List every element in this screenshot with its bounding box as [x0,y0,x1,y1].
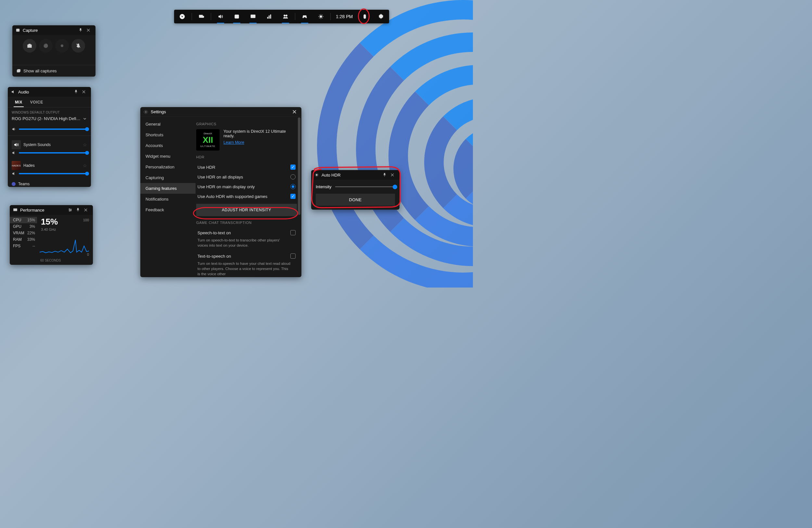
nav-feedback[interactable]: Feedback [140,205,195,215]
default-output-label: WINDOWS DEFAULT OUTPUT [8,107,91,116]
close-button[interactable] [80,88,88,96]
hdr-main-display-radio[interactable]: Use HDR on main display only [196,182,297,192]
performance-icon [13,208,17,212]
mouse-icon[interactable] [357,10,373,24]
section-chat-transcription: GAME CHAT TRANSCRIPTION [196,221,297,225]
auto-hdr-title: Auto HDR [321,172,341,178]
capture-widget-icon[interactable] [229,10,245,24]
resources-icon[interactable] [261,10,277,24]
settings-gear-icon[interactable] [373,10,389,24]
perf-xaxis-label: 60 SECONDS [40,259,61,262]
hdr-all-displays-radio[interactable]: Use HDR on all displays [196,172,297,182]
nav-accounts[interactable]: Accounts [140,140,195,151]
game-bar-toolbar: 1:28 PM [174,10,389,24]
pin-button[interactable] [74,206,82,214]
text-to-speech-toggle[interactable]: Text-to-speech on [196,251,297,261]
nav-notifications[interactable]: Notifications [140,194,195,205]
speaker-icon [12,151,16,155]
svg-rect-8 [270,15,271,18]
perf-metrics-list: CPU15% GPU3% VRAM22% RAM33% FPS-- [10,215,37,264]
settings-content: GRAPHICS DirectX XII ULTIMATE Your syste… [195,117,301,277]
auto-hdr-toggle[interactable]: Use Auto HDR with supported games [196,192,297,201]
perf-row-vram[interactable]: VRAM22% [13,230,37,236]
perf-row-cpu[interactable]: CPU15% [10,217,37,223]
capture-buttons-row [12,35,96,56]
nav-capturing[interactable]: Capturing [140,172,195,183]
perf-big-value: 15% [41,217,89,227]
use-hdr-toggle[interactable]: Use HDR [196,162,297,172]
app-volume-teams: Teams [8,180,91,187]
volume-slider[interactable] [19,152,87,153]
record-button[interactable] [55,39,69,52]
options-button[interactable] [66,206,74,214]
volume-slider[interactable] [19,173,87,174]
xbox-social-icon[interactable] [277,10,294,24]
nav-widget-menu[interactable]: Widget menu [140,151,195,162]
svg-point-4 [236,16,238,17]
show-all-captures-link[interactable]: Show all captures [12,65,96,77]
perf-row-fps[interactable]: FPS-- [13,243,37,249]
perf-row-gpu[interactable]: GPU3% [13,223,37,230]
pin-button[interactable] [77,26,85,34]
adjust-hdr-intensity-button[interactable]: ADJUST HDR INTENSITY [196,204,297,216]
intensity-slider[interactable] [335,186,395,187]
capture-title: Capture [23,28,38,33]
audio-widget: Audio MIX VOICE WINDOWS DEFAULT OUTPUT R… [8,87,91,187]
svg-point-18 [61,44,63,47]
speech-to-text-toggle[interactable]: Speech-to-text on [196,228,297,238]
section-hdr: HDR [196,155,297,159]
settings-title: Settings [151,109,291,114]
svg-point-24 [71,210,71,210]
display-connect-icon[interactable] [193,10,209,24]
svg-point-11 [320,16,322,17]
nav-gaming-features[interactable]: Gaming features [140,183,195,194]
svg-rect-7 [269,16,270,18]
close-button[interactable]: ✕ [291,108,298,116]
learn-more-link[interactable]: Learn More [223,140,297,145]
close-button[interactable] [82,206,90,214]
gamepad-icon[interactable] [296,10,313,24]
done-button[interactable]: DONE [316,194,395,206]
app-volume-system-sounds: System Sounds ☆ [8,139,91,156]
pin-button[interactable] [72,88,80,96]
nav-general[interactable]: General [140,119,195,130]
favorite-star[interactable]: ☆ [83,163,87,168]
performance-widget-icon[interactable] [245,10,261,24]
svg-point-23 [69,209,70,209]
performance-title: Performance [20,208,44,213]
record-last-button[interactable] [39,39,53,52]
nav-personalization[interactable]: Personalization [140,162,195,172]
close-button[interactable] [85,26,92,34]
tab-voice[interactable]: VOICE [26,97,47,107]
audio-title: Audio [18,90,29,94]
audio-icon [11,90,16,94]
gfx-status-text: Your system is DirectX 12 Ultimate ready… [223,129,297,138]
hades-icon: HADES [12,161,21,170]
directx-badge: DirectX XII ULTIMATE [196,129,220,151]
master-volume-row [8,124,91,133]
audio-widget-icon[interactable] [213,10,229,24]
svg-point-16 [29,45,30,47]
app-volume-hades: HADES Hades ☆ [8,160,91,177]
brightness-icon[interactable] [313,10,329,24]
pin-button[interactable] [381,171,389,179]
output-device-select[interactable]: ROG PG27U (2- NVIDIA High Definition A… [8,116,91,124]
master-volume-slider[interactable] [19,129,87,130]
capture-widget: Capture Show all captures [12,25,96,77]
chevron-down-icon [83,117,87,121]
settings-scrollbar[interactable] [298,118,301,276]
perf-chart [40,236,89,256]
tab-mix[interactable]: MIX [11,97,26,107]
screenshot-button[interactable] [23,39,37,52]
clock: 1:28 PM [332,14,357,19]
close-button[interactable] [389,171,396,179]
svg-rect-2 [202,16,204,18]
nav-shortcuts[interactable]: Shortcuts [140,130,195,140]
perf-subvalue: 3.40 GHz [41,227,89,231]
favorite-star[interactable]: ☆ [83,142,87,147]
perf-row-ram[interactable]: RAM33% [13,236,37,243]
gear-icon [144,110,148,114]
perf-axis-max: 100 [83,218,89,222]
mic-mute-button[interactable] [71,39,85,52]
xbox-button[interactable] [174,10,190,24]
